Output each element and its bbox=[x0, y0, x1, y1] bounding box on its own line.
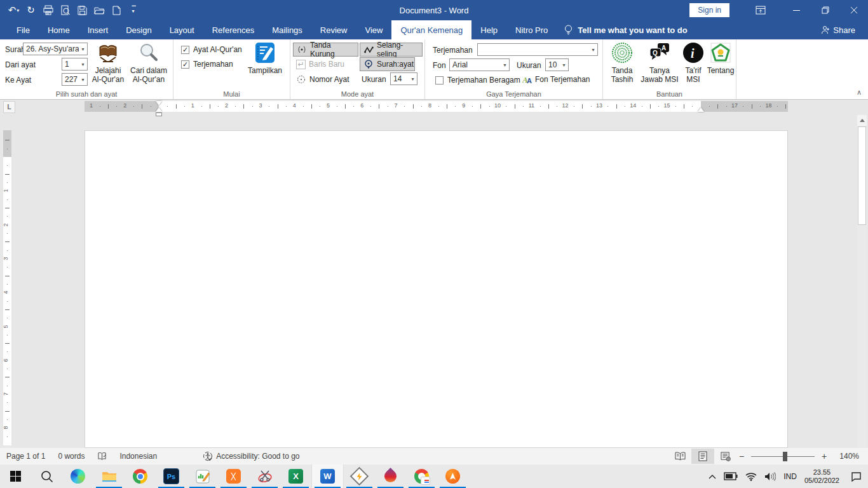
surah-combobox[interactable]: 26. Asy-Syu'ara ▾ bbox=[23, 43, 88, 55]
taskbar-notes-app[interactable] bbox=[187, 464, 218, 488]
zoom-slider[interactable] bbox=[751, 456, 815, 457]
taskbar-chrome[interactable] bbox=[125, 464, 156, 488]
taskbar-search-button[interactable] bbox=[31, 464, 62, 488]
speaker-icon[interactable] bbox=[764, 472, 776, 481]
save-button[interactable] bbox=[74, 1, 91, 19]
terjemahan-combobox[interactable]: ▾ bbox=[477, 43, 598, 56]
hanging-indent-marker[interactable] bbox=[156, 107, 162, 112]
group-bantuan: Tanda Tashih AQ Tanya Jawab MSI i Ta'rif… bbox=[603, 39, 736, 99]
left-indent-marker[interactable] bbox=[156, 112, 162, 116]
tab-insert[interactable]: Insert bbox=[79, 20, 118, 39]
surah-ayat-toggle[interactable]: Surah:ayat bbox=[360, 57, 415, 71]
tab-view[interactable]: View bbox=[356, 20, 391, 39]
baris-baru-toggle[interactable]: ↵ Baris Baru bbox=[293, 57, 353, 71]
undo-button[interactable]: ↶▾ bbox=[5, 1, 22, 19]
vertical-ruler[interactable]: 12345678 bbox=[3, 130, 11, 445]
tab-help[interactable]: Help bbox=[471, 20, 506, 39]
jelajahi-alquran-button[interactable]: Jelajahi Al-Qur'an bbox=[89, 41, 127, 96]
tab-file[interactable]: File bbox=[8, 20, 39, 39]
fon-combobox[interactable]: Arial ▾ bbox=[449, 58, 510, 71]
taskbar-snipping-tool[interactable] bbox=[249, 464, 280, 488]
zoom-level[interactable]: 140% bbox=[829, 452, 868, 461]
print-preview-button[interactable] bbox=[57, 1, 74, 19]
tab-layout[interactable]: Layout bbox=[161, 20, 203, 39]
language-indicator[interactable]: Indonesian bbox=[113, 448, 163, 464]
tanda-kurung-toggle[interactable]: Tanda Kurung bbox=[293, 43, 358, 57]
zoom-in-button[interactable]: + bbox=[820, 451, 829, 461]
taskbar-paint3d[interactable] bbox=[375, 464, 406, 488]
tampilkan-button[interactable]: Tampilkan bbox=[243, 41, 287, 96]
fon-terjemahan-button[interactable]: AA Fon Terjemahan bbox=[522, 74, 590, 85]
wifi-icon[interactable] bbox=[745, 472, 757, 481]
scrollbar-thumb[interactable] bbox=[858, 126, 866, 225]
redo-button[interactable]: ↻ bbox=[22, 1, 39, 19]
first-line-indent-marker[interactable] bbox=[156, 101, 162, 105]
terjemahan-checkbox[interactable]: ✓ Terjemahan bbox=[181, 60, 233, 69]
vertical-scrollbar[interactable] bbox=[857, 115, 867, 448]
minimize-button[interactable] bbox=[782, 0, 811, 20]
collapse-ribbon-button[interactable]: ∧ bbox=[857, 88, 862, 97]
tab-references[interactable]: References bbox=[203, 20, 263, 39]
nomor-ayat-label: Nomor Ayat bbox=[309, 75, 349, 84]
mode-ukuran-combobox[interactable]: 14 ▾ bbox=[390, 72, 417, 85]
tray-expand-icon[interactable] bbox=[709, 474, 716, 479]
start-button[interactable] bbox=[0, 464, 31, 488]
cari-dalam-alquran-button[interactable]: Cari dalam Al-Qur'an bbox=[128, 41, 169, 96]
zoom-out-button[interactable]: − bbox=[737, 451, 746, 461]
taskbar-winamp[interactable] bbox=[344, 464, 375, 488]
web-layout-button[interactable] bbox=[714, 449, 737, 464]
open-button[interactable] bbox=[91, 1, 108, 19]
share-button[interactable]: Share bbox=[821, 20, 868, 39]
tab-quran-kemenag[interactable]: Qur'an Kemenag bbox=[391, 20, 471, 39]
taskbar-photoshop[interactable]: Ps bbox=[156, 464, 187, 488]
taskbar-edge[interactable] bbox=[62, 464, 93, 488]
customize-qat-button[interactable]: ▔▾ bbox=[125, 1, 142, 19]
ruler-tick bbox=[7, 149, 8, 149]
tab-review[interactable]: Review bbox=[311, 20, 356, 39]
tarif-msi-button[interactable]: i Ta'rif MSI bbox=[681, 41, 706, 96]
new-document-button[interactable] bbox=[108, 1, 125, 19]
taskbar-word[interactable]: W bbox=[311, 464, 344, 488]
gaya-ukuran-combobox[interactable]: 10 ▾ bbox=[545, 58, 569, 71]
tab-stop-selector[interactable]: L bbox=[3, 101, 15, 113]
right-indent-marker[interactable] bbox=[698, 107, 704, 112]
tentang-button[interactable]: Tentang bbox=[706, 41, 735, 96]
word-count[interactable]: 0 words bbox=[51, 448, 91, 464]
accessibility-status[interactable]: Accessibility: Good to go bbox=[196, 448, 306, 464]
sign-in-button[interactable]: Sign in bbox=[689, 3, 729, 17]
battery-icon[interactable] bbox=[724, 472, 738, 480]
tab-mailings[interactable]: Mailings bbox=[263, 20, 311, 39]
tanda-tashih-button[interactable]: Tanda Tashih bbox=[606, 41, 639, 96]
horizontal-ruler[interactable]: 211234567891011121314151718 bbox=[85, 101, 788, 112]
terjemahan-beragam-checkbox[interactable]: Terjemahan Beragam bbox=[435, 76, 520, 85]
proofing-status[interactable] bbox=[91, 448, 113, 464]
taskbar-excel[interactable]: X bbox=[280, 464, 311, 488]
taskbar-clock[interactable]: 23.55 05/02/2022 bbox=[804, 468, 839, 485]
tab-nitro-pro[interactable]: Nitro Pro bbox=[506, 20, 557, 39]
input-language-indicator[interactable]: IND bbox=[783, 472, 797, 481]
close-button[interactable] bbox=[839, 0, 868, 20]
tell-me-box[interactable]: Tell me what you want to do bbox=[557, 20, 695, 39]
ke-ayat-combobox[interactable]: 227 ▾ bbox=[62, 73, 88, 86]
taskbar-file-explorer[interactable] bbox=[93, 464, 125, 488]
scrollbar-up-button[interactable] bbox=[857, 115, 867, 126]
tab-home[interactable]: Home bbox=[39, 20, 79, 39]
nomor-ayat-toggle[interactable]: Nomor Ayat bbox=[293, 72, 355, 86]
zoom-slider-thumb[interactable] bbox=[783, 452, 787, 461]
tanya-jawab-msi-button[interactable]: AQ Tanya Jawab MSI bbox=[639, 41, 681, 96]
action-center-icon[interactable] bbox=[851, 471, 862, 482]
print-layout-button[interactable] bbox=[691, 449, 714, 464]
dari-ayat-combobox[interactable]: 1 ▾ bbox=[62, 58, 88, 71]
taskbar-avast[interactable] bbox=[437, 464, 468, 488]
taskbar-xampp[interactable]: ᚷ bbox=[218, 464, 249, 488]
read-mode-button[interactable] bbox=[668, 449, 691, 464]
restore-button[interactable] bbox=[811, 0, 839, 20]
ribbon-display-options-button[interactable] bbox=[746, 0, 775, 20]
selang-seling-toggle[interactable]: Selang-seling bbox=[360, 43, 423, 57]
document-page[interactable] bbox=[85, 130, 788, 448]
tab-design[interactable]: Design bbox=[117, 20, 160, 39]
quick-print-button[interactable] bbox=[39, 1, 57, 19]
taskbar-chrome-profile[interactable] bbox=[406, 464, 437, 488]
page-indicator[interactable]: Page 1 of 1 bbox=[0, 448, 51, 464]
ayat-alquran-checkbox[interactable]: ✓ Ayat Al-Qur'an bbox=[181, 45, 242, 54]
